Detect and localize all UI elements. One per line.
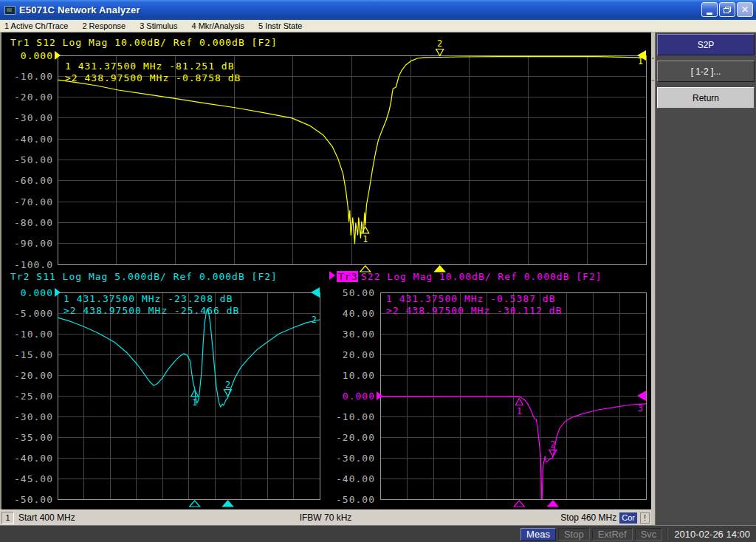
tr3-ref-level-arrow bbox=[637, 391, 646, 401]
minimize-icon bbox=[707, 13, 712, 15]
tr3-ref-level-pointer bbox=[377, 391, 382, 400]
svg-text:-50.00: -50.00 bbox=[336, 494, 375, 505]
svg-text:-10.00: -10.00 bbox=[336, 411, 375, 422]
tr1-marker-readout: 1 431.37500 MHz -81.251 dB>2 438.97500 M… bbox=[65, 61, 241, 83]
svg-text:S22 Log Mag 10.00dB/ Ref 0.000: S22 Log Mag 10.00dB/ Ref 0.000dB [F2] bbox=[361, 271, 602, 282]
active-trace-pointer-icon bbox=[329, 271, 335, 280]
taskbar-stop-indicator: Stop bbox=[558, 528, 590, 541]
minimize-button[interactable] bbox=[701, 2, 718, 17]
menu-item-mkr-analysis[interactable]: 4 Mkr/Analysis bbox=[191, 21, 244, 30]
system-taskbar: Meas Stop ExtRef Svc 2010-02-26 14:00 bbox=[0, 525, 756, 542]
svg-text:-20.00: -20.00 bbox=[336, 432, 375, 443]
charts-canvas: 0.000-10.00-20.00-30.00-40.00-50.00-60.0… bbox=[0, 32, 651, 510]
svg-text:30.00: 30.00 bbox=[343, 329, 375, 340]
tr3-marker-2: 2 bbox=[549, 439, 557, 456]
svg-text:-30.00: -30.00 bbox=[14, 112, 53, 123]
chart-tr3: 50.0040.0030.0020.0010.000.000-10.00-20.… bbox=[329, 271, 646, 507]
taskbar-meas-indicator: Meas bbox=[520, 528, 556, 541]
tr2-header: Tr2 S11 Log Mag 5.000dB/ Ref 0.000dB [F2… bbox=[10, 271, 278, 282]
close-button[interactable]: ✕ bbox=[737, 2, 753, 17]
svg-text:-40.00: -40.00 bbox=[14, 134, 53, 145]
tr3-y-axis-labels: 50.0040.0030.0020.0010.000.000-10.00-20.… bbox=[336, 287, 375, 505]
menu-item-response[interactable]: 2 Response bbox=[82, 21, 126, 30]
chart-tr2: 0.000-5.000-10.00-15.00-20.00-25.00-30.0… bbox=[10, 271, 320, 507]
restore-button[interactable] bbox=[719, 2, 735, 17]
svg-text:1: 1 bbox=[517, 406, 522, 416]
tr2-y-axis-labels: 0.000-5.000-10.00-15.00-20.00-25.00-30.0… bbox=[14, 287, 53, 505]
svg-text:-20.00: -20.00 bbox=[14, 370, 53, 381]
svg-text:>2 438.97500 MHz -30.112 dB: >2 438.97500 MHz -30.112 dB bbox=[386, 305, 562, 316]
taskbar-clock: 2010-02-26 14:00 bbox=[667, 528, 754, 541]
svg-text:-10.00: -10.00 bbox=[14, 71, 53, 82]
svg-text:20.00: 20.00 bbox=[343, 349, 375, 360]
stop-frequency-label: Stop 460 MHz bbox=[560, 512, 616, 523]
svg-text:-30.00: -30.00 bbox=[14, 411, 53, 422]
svg-text:-100.0: -100.0 bbox=[14, 259, 53, 270]
tr3-grid bbox=[380, 292, 646, 499]
tr3-marker-readout: 1 431.37500 MHz -0.5387 dB>2 438.97500 M… bbox=[386, 293, 562, 316]
svg-text:-20.00: -20.00 bbox=[14, 92, 53, 103]
restore-icon bbox=[724, 7, 731, 13]
menu-item-instr-state[interactable]: 5 Instr State bbox=[258, 21, 302, 30]
svg-text:1 431.37500 MHz -81.251 dB: 1 431.37500 MHz -81.251 dB bbox=[65, 61, 235, 72]
tr2-grid bbox=[58, 292, 320, 499]
tr1-grid bbox=[58, 55, 646, 264]
svg-text:10.00: 10.00 bbox=[343, 370, 375, 381]
svg-text:>2 438.97500 MHz -0.8758 dB: >2 438.97500 MHz -0.8758 dB bbox=[65, 72, 241, 83]
svg-text:-40.00: -40.00 bbox=[336, 473, 375, 484]
ifbw-label: IFBW 70 kHz bbox=[300, 512, 352, 523]
tr1-marker-2: 2 bbox=[436, 38, 444, 55]
menu-item-active-ch-trace[interactable]: 1 Active Ch/Trace bbox=[4, 21, 68, 30]
menu-bar: 1 Active Ch/Trace 2 Response 3 Stimulus … bbox=[0, 20, 756, 32]
svg-text:-35.00: -35.00 bbox=[14, 432, 53, 443]
tr3-header: Tr3S22 Log Mag 10.00dB/ Ref 0.000dB [F2] bbox=[329, 271, 602, 282]
app-icon bbox=[4, 6, 16, 15]
svg-text:-45.00: -45.00 bbox=[14, 473, 53, 484]
svg-text:50.00: 50.00 bbox=[343, 287, 375, 298]
tr1-header: Tr1 S12 Log Mag 10.00dB/ Ref 0.000dB [F2… bbox=[10, 37, 278, 48]
softkey-menu-title[interactable]: S2P bbox=[657, 34, 755, 55]
svg-text:-5.000: -5.000 bbox=[14, 308, 53, 319]
analyzer-display: 0.000-10.00-20.00-30.00-40.00-50.00-60.0… bbox=[0, 32, 651, 510]
svg-text:0.000: 0.000 bbox=[21, 287, 53, 298]
tr3-trace-number-label: 3 bbox=[638, 403, 643, 414]
close-icon: ✕ bbox=[741, 5, 749, 14]
tr1-trace-number-label: 1 bbox=[638, 56, 643, 66]
start-frequency-label: Start 400 MHz bbox=[18, 512, 75, 523]
alert-indicator: ! bbox=[640, 512, 650, 524]
tr2-marker-1: 1 bbox=[191, 390, 199, 408]
svg-text:-25.00: -25.00 bbox=[14, 391, 53, 402]
svg-text:1 431.37500 MHz -0.5387 dB: 1 431.37500 MHz -0.5387 dB bbox=[386, 293, 556, 304]
svg-text:Tr3: Tr3 bbox=[338, 271, 357, 282]
svg-text:-50.00: -50.00 bbox=[14, 494, 53, 505]
tr2-marker-1-stimulus-indicator bbox=[190, 501, 200, 507]
correction-indicator: Cor bbox=[619, 512, 637, 524]
svg-text:2: 2 bbox=[550, 439, 555, 450]
svg-text:Tr2 S11 Log Mag 5.000dB/ Ref 0: Tr2 S11 Log Mag 5.000dB/ Ref 0.000dB [F2… bbox=[10, 271, 278, 282]
softkey-scroll-strip bbox=[651, 32, 656, 525]
svg-text:0.000: 0.000 bbox=[21, 50, 53, 61]
svg-text:1 431.37500 MHz -23.208 dB: 1 431.37500 MHz -23.208 dB bbox=[63, 293, 233, 304]
svg-text:1: 1 bbox=[362, 234, 368, 244]
taskbar-svc-indicator: Svc bbox=[635, 528, 663, 541]
window-titlebar: E5071C Network Analyzer ✕ bbox=[0, 0, 756, 20]
svg-text:2: 2 bbox=[437, 38, 442, 49]
svg-text:0.000: 0.000 bbox=[343, 391, 375, 402]
svg-text:-50.00: -50.00 bbox=[14, 154, 53, 165]
svg-text:-90.00: -90.00 bbox=[14, 238, 53, 249]
svg-text:40.00: 40.00 bbox=[343, 308, 375, 319]
menu-item-stimulus[interactable]: 3 Stimulus bbox=[140, 21, 177, 30]
svg-text:2: 2 bbox=[225, 380, 230, 390]
window-title: E5071C Network Analyzer bbox=[19, 4, 140, 16]
tr2-marker-readout: 1 431.37500 MHz -23.208 dB>2 438.97500 M… bbox=[63, 293, 239, 316]
softkey-return[interactable]: Return bbox=[657, 87, 755, 109]
svg-text:-80.00: -80.00 bbox=[14, 217, 53, 228]
softkey-panel: S2P [ 1-2 ]... Return bbox=[651, 32, 756, 525]
svg-text:-15.00: -15.00 bbox=[14, 349, 53, 360]
svg-text:-40.00: -40.00 bbox=[14, 453, 53, 464]
chart-tr1: 0.000-10.00-20.00-30.00-40.00-50.00-60.0… bbox=[10, 37, 646, 272]
svg-text:-10.00: -10.00 bbox=[14, 329, 53, 340]
tr3-marker-1-stimulus-indicator bbox=[514, 501, 524, 507]
softkey-ports-1-2[interactable]: [ 1-2 ]... bbox=[657, 61, 755, 82]
channel-indicator: 1 bbox=[1, 512, 14, 524]
